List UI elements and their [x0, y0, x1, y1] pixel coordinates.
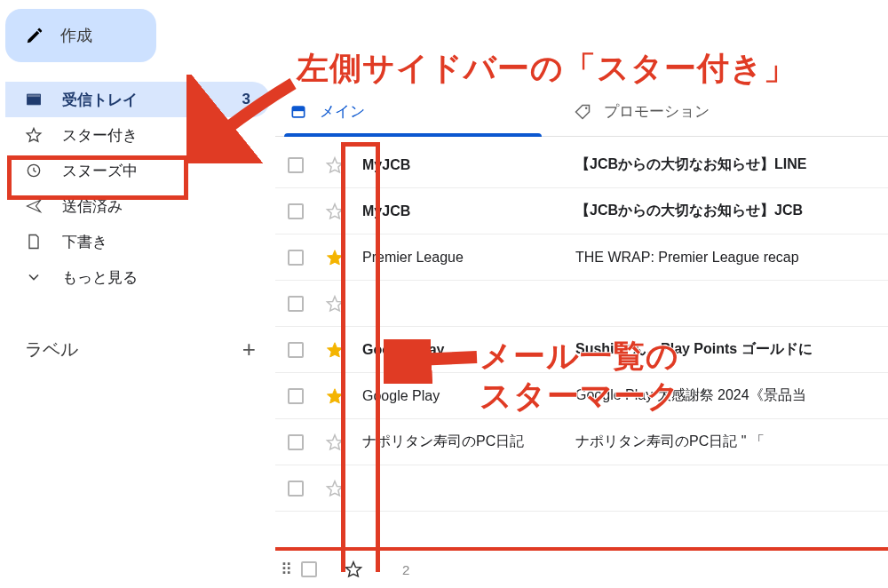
mail-sender: Google Play — [362, 342, 567, 358]
sidebar-item-drafts[interactable]: 下書き — [5, 224, 270, 259]
labels-header: ラベル + — [5, 336, 270, 363]
row-checkbox[interactable] — [288, 434, 304, 450]
sidebar-item-inbox[interactable]: 受信トレイ 3 — [5, 82, 270, 117]
mail-subject: 【JCBからの大切なお知らせ】JCB — [575, 202, 888, 220]
star-filled-icon[interactable] — [325, 386, 345, 406]
inbox-tab-icon — [289, 103, 307, 121]
mail-sender: ナポリタン寿司のPC日記 — [362, 433, 567, 451]
sidebar-item-label: 受信トレイ — [62, 90, 138, 110]
row-checkbox[interactable] — [288, 481, 304, 497]
main: メイン プロモーション MyJCB【JCBからの大切なお知らせ】LINEMyJC… — [275, 0, 888, 588]
row-checkbox[interactable] — [288, 296, 304, 312]
svg-rect-2 — [292, 107, 304, 111]
mail-row[interactable]: MyJCB【JCBからの大切なお知らせ】JCB — [275, 188, 888, 234]
mail-list: MyJCB【JCBからの大切なお知らせ】LINEMyJCB【JCBからの大切なお… — [275, 142, 888, 512]
star-outline-icon — [25, 126, 43, 144]
mail-row[interactable]: ナポリタン寿司のPC日記ナポリタン寿司のPC日記 " 「 — [275, 419, 888, 465]
tab-promotions[interactable]: プロモーション — [568, 92, 826, 136]
mail-sender: MyJCB — [362, 203, 567, 219]
pencil-icon — [25, 26, 44, 45]
mail-row[interactable] — [275, 281, 888, 327]
list-footer: ⠿ 2 — [275, 547, 888, 588]
sidebar: 作成 受信トレイ 3 スター付き スヌーズ中 送信済み 下書き — [0, 0, 275, 588]
sidebar-item-label: 下書き — [62, 232, 107, 252]
mail-subject: Sushi さん、Play Points ゴールドに — [575, 340, 888, 359]
star-filled-icon[interactable] — [325, 340, 345, 360]
sidebar-item-label: スヌーズ中 — [62, 161, 138, 181]
inbox-count: 3 — [242, 91, 250, 108]
star-outline-icon[interactable] — [325, 479, 345, 498]
compose-label: 作成 — [60, 25, 92, 46]
sidebar-item-label: もっと見る — [62, 267, 138, 288]
svg-point-3 — [585, 107, 588, 109]
grip-icon[interactable]: ⠿ — [281, 560, 289, 579]
sidebar-item-sent[interactable]: 送信済み — [5, 188, 270, 224]
mail-sender: Google Play — [362, 388, 567, 404]
sidebar-item-snoozed[interactable]: スヌーズ中 — [5, 153, 270, 188]
mail-row[interactable]: Premier LeagueTHE WRAP: Premier League r… — [275, 234, 888, 281]
send-icon — [25, 197, 43, 215]
sidebar-item-more[interactable]: もっと見る — [5, 259, 270, 295]
sidebar-item-starred[interactable]: スター付き — [5, 117, 270, 153]
row-checkbox[interactable] — [288, 342, 304, 358]
mail-subject: ナポリタン寿司のPC日記 " 「 — [575, 433, 888, 451]
draft-icon — [25, 233, 43, 250]
mail-row[interactable]: Google PlayGoogle Play 大感謝祭 2024《景品当 — [275, 373, 888, 419]
mail-subject: 【JCBからの大切なお知らせ】LINE — [575, 155, 888, 174]
mail-subject: Google Play 大感謝祭 2024《景品当 — [575, 386, 888, 405]
category-tabs: メイン プロモーション — [275, 92, 888, 137]
star-filled-icon[interactable] — [325, 248, 345, 267]
clock-icon — [25, 162, 43, 179]
sidebar-item-label: スター付き — [62, 125, 138, 146]
mail-row[interactable]: Google PlaySushi さん、Play Points ゴールドに — [275, 327, 888, 373]
row-checkbox[interactable] — [288, 250, 304, 266]
mail-row[interactable] — [275, 465, 888, 512]
row-checkbox[interactable] — [288, 157, 304, 173]
add-label-button[interactable]: + — [242, 336, 256, 363]
labels-title: ラベル — [25, 338, 78, 362]
select-all-checkbox[interactable] — [301, 561, 317, 577]
chevron-down-icon — [25, 268, 43, 286]
star-outline-icon[interactable] — [325, 155, 345, 175]
compose-button[interactable]: 作成 — [5, 9, 156, 62]
tab-label: メイン — [320, 101, 365, 122]
sidebar-item-label: 送信済み — [62, 196, 123, 217]
mail-sender: Premier League — [362, 250, 567, 266]
tab-primary[interactable]: メイン — [284, 92, 542, 136]
footer-star-icon[interactable] — [344, 560, 363, 579]
mail-row[interactable]: MyJCB【JCBからの大切なお知らせ】LINE — [275, 142, 888, 188]
mail-sender: MyJCB — [362, 157, 567, 173]
row-checkbox[interactable] — [288, 388, 304, 404]
footer-page: 2 — [402, 562, 409, 577]
star-outline-icon[interactable] — [325, 202, 345, 221]
tab-label: プロモーション — [604, 101, 710, 122]
star-outline-icon[interactable] — [325, 433, 345, 452]
inbox-icon — [25, 91, 43, 108]
star-outline-icon[interactable] — [325, 294, 345, 314]
mail-subject: THE WRAP: Premier League recap — [575, 250, 888, 266]
tag-icon — [574, 103, 591, 121]
row-checkbox[interactable] — [288, 203, 304, 219]
sidebar-nav: 受信トレイ 3 スター付き スヌーズ中 送信済み 下書き もっと見る — [5, 82, 270, 295]
